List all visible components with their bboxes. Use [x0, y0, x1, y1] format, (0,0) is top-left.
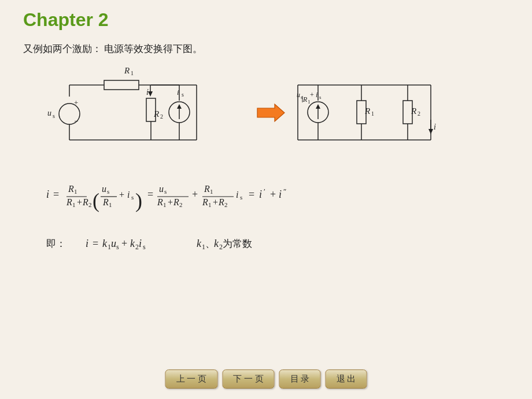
svg-text:s: s	[107, 188, 109, 195]
svg-text:R: R	[411, 106, 416, 116]
next-button[interactable]: 下 一 页	[222, 370, 275, 389]
svg-text:i: i	[46, 189, 49, 200]
circuit-right-svg: u s R 1 + i s R 1 R 2 i	[286, 65, 442, 160]
toc-button[interactable]: 目 录	[279, 370, 321, 389]
svg-text:s: s	[240, 194, 242, 201]
bottom-svg: 即： i = k 1 u s + k 2 i s k 1 、 k 2 为常数	[40, 226, 445, 258]
svg-text:R: R	[204, 184, 210, 194]
svg-text:1: 1	[109, 201, 112, 208]
intro-text: 又例如两个激励： 电源等效变换得下图。	[23, 42, 509, 56]
svg-text:s: s	[319, 94, 322, 100]
svg-marker-26	[177, 104, 182, 109]
svg-text:1: 1	[210, 188, 213, 195]
svg-text:u: u	[111, 238, 116, 249]
svg-text:R: R	[124, 66, 130, 75]
svg-text:): )	[135, 189, 142, 212]
svg-text:u: u	[159, 184, 164, 194]
nav-buttons: 上 一 页 下 一 页 目 录 退 出	[165, 370, 367, 389]
svg-text:k: k	[214, 238, 219, 249]
svg-text:R: R	[102, 197, 109, 207]
svg-text:i: i	[127, 190, 130, 200]
svg-text:2: 2	[179, 201, 183, 208]
bottom-formula-area: 即： i = k 1 u s + k 2 i s k 1 、 k 2 为常数	[40, 226, 509, 260]
svg-text:R: R	[68, 184, 74, 194]
svg-text:+: +	[168, 197, 173, 207]
svg-marker-58	[428, 129, 433, 134]
svg-text:2: 2	[224, 201, 228, 208]
svg-text:1: 1	[74, 188, 77, 195]
svg-text:+: +	[192, 189, 198, 200]
svg-text:s: s	[143, 243, 146, 251]
svg-text:1: 1	[72, 201, 76, 208]
svg-text:i: i	[259, 189, 262, 200]
svg-text:″: ″	[283, 187, 286, 195]
svg-text:i: i	[86, 238, 88, 249]
svg-text:i: i	[139, 238, 142, 249]
prev-button[interactable]: 上 一 页	[165, 370, 218, 389]
svg-text:R: R	[153, 109, 159, 119]
svg-text:′: ′	[264, 187, 265, 195]
svg-text:1: 1	[163, 201, 167, 208]
svg-text:R: R	[173, 197, 179, 207]
formula-area: i = R 1 R 1 + R 2 ( u s R 1 + i s )	[40, 172, 509, 220]
svg-text:s: s	[53, 113, 55, 119]
svg-text:=: =	[93, 238, 98, 249]
svg-text:s: s	[164, 188, 167, 195]
svg-text:R: R	[82, 197, 88, 207]
svg-text:R: R	[157, 197, 163, 207]
svg-text:s: s	[131, 194, 134, 201]
svg-text:s: s	[116, 243, 119, 251]
svg-text:k: k	[102, 238, 108, 249]
svg-text:i: i	[316, 91, 317, 99]
svg-text:+: +	[119, 190, 124, 200]
svg-text:+: +	[310, 91, 314, 99]
svg-text:i: i	[434, 123, 436, 131]
svg-text:k: k	[130, 238, 135, 249]
svg-text:2: 2	[160, 113, 163, 120]
svg-text:+: +	[213, 197, 218, 207]
formula-svg: i = R 1 R 1 + R 2 ( u s R 1 + i s )	[40, 172, 445, 218]
circuit-left-svg: R 1 + u s −	[35, 65, 254, 160]
svg-text:s: s	[182, 91, 184, 98]
page-container: Chapter 2 又例如两个激励： 电源等效变换得下图。 R 1 + u s …	[0, 0, 532, 399]
chapter-title: Chapter 2	[23, 9, 509, 31]
transform-arrow-svg	[254, 101, 286, 124]
svg-text:1: 1	[308, 99, 311, 105]
svg-text:=: =	[147, 189, 153, 200]
svg-text:1: 1	[131, 70, 134, 76]
svg-text:R: R	[66, 197, 72, 207]
svg-text:R: R	[302, 95, 308, 104]
svg-text:u: u	[102, 184, 106, 194]
svg-text:=: =	[53, 189, 59, 200]
svg-text:R: R	[202, 197, 208, 207]
svg-text:+: +	[77, 197, 82, 207]
circuits-area: R 1 + u s −	[35, 65, 509, 160]
svg-text:u: u	[47, 109, 51, 117]
svg-text:+: +	[121, 238, 127, 249]
svg-text:R: R	[218, 197, 224, 207]
svg-marker-29	[257, 104, 285, 121]
svg-text:i: i	[146, 88, 149, 97]
svg-text:为常数: 为常数	[223, 238, 252, 249]
svg-text:=: =	[249, 189, 254, 200]
svg-text:+: +	[270, 189, 276, 200]
svg-rect-3	[104, 80, 139, 90]
svg-text:i: i	[236, 190, 238, 200]
svg-text:1: 1	[208, 201, 212, 208]
svg-text:k: k	[197, 238, 202, 249]
svg-text:即：: 即：	[46, 238, 66, 249]
svg-text:−: −	[74, 117, 78, 125]
svg-text:2: 2	[418, 110, 420, 117]
svg-text:2: 2	[88, 201, 92, 208]
svg-marker-15	[148, 91, 153, 97]
svg-marker-37	[316, 104, 320, 109]
svg-text:i: i	[279, 189, 282, 200]
svg-text:u: u	[297, 91, 300, 99]
svg-text:(: (	[93, 189, 99, 212]
svg-text:1: 1	[371, 110, 374, 117]
exit-button[interactable]: 退 出	[326, 370, 367, 389]
svg-text:R: R	[364, 106, 370, 116]
